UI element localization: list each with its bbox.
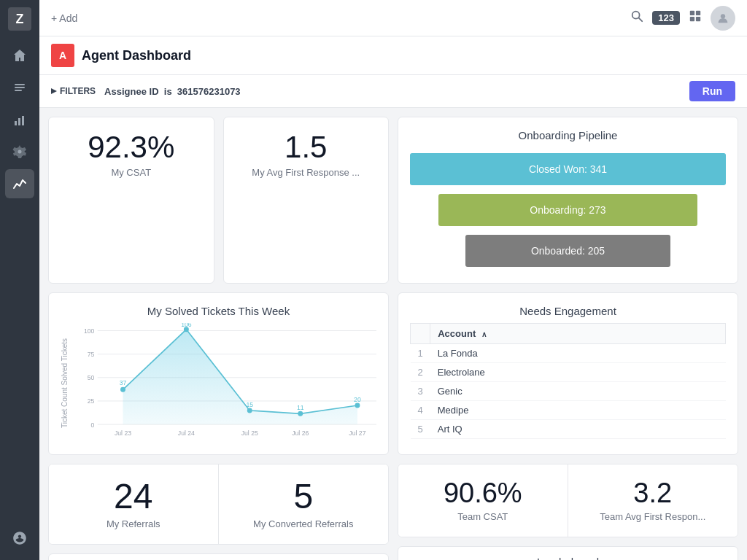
solved-tickets-chart: My Solved Tickets This Week Ticket Count… xyxy=(48,292,389,455)
chart-title: My Solved Tickets This Week xyxy=(61,305,376,317)
csat-stat: 92.3% My CSAT xyxy=(48,117,214,284)
run-button[interactable]: Run xyxy=(689,81,735,101)
svg-text:Z: Z xyxy=(16,12,24,26)
sidebar-item-reports[interactable] xyxy=(5,105,34,134)
svg-marker-16 xyxy=(51,88,57,94)
rank-cell: 4 xyxy=(411,401,430,420)
svg-text:106: 106 xyxy=(181,323,192,328)
response-value: 1.5 xyxy=(236,132,377,163)
engagement-title: Needs Engagement xyxy=(410,305,726,317)
leaderboard-card: Leaderboard xyxy=(398,546,738,560)
y-axis-label: Ticket Count Solved Tickets xyxy=(61,323,72,443)
top-tags-card: Top 5 Tags technical - xyxy=(48,553,389,560)
svg-text:15: 15 xyxy=(246,401,253,408)
team-response-value: 3.2 xyxy=(580,479,727,507)
notification-badge[interactable]: 123 xyxy=(652,11,680,25)
dashboard-title: Agent Dashboard xyxy=(82,48,191,63)
svg-rect-12 xyxy=(696,11,700,15)
svg-text:Jul 27: Jul 27 xyxy=(349,429,365,437)
converted-referrals-card: 5 My Converted Referrals xyxy=(219,464,389,544)
chart-svg: 100 75 50 25 0 xyxy=(72,323,376,440)
pipeline-bar-onboarded: Onboarded: 205 xyxy=(465,235,670,267)
converted-value: 5 xyxy=(231,479,377,514)
table-row: 3 Genic xyxy=(411,382,726,401)
table-row: 5 Art IQ xyxy=(411,420,726,439)
table-row: 4 Medipe xyxy=(411,401,726,420)
name-cell: Genic xyxy=(430,382,726,401)
team-csat-label: Team CSAT xyxy=(410,511,556,522)
filter-bar: FILTERS Assignee ID is 361576231073 Run xyxy=(39,75,747,108)
svg-text:20: 20 xyxy=(354,396,361,403)
name-cell: Art IQ xyxy=(430,420,726,439)
svg-rect-2 xyxy=(15,84,25,85)
rank-cell: 1 xyxy=(411,344,430,363)
svg-point-30 xyxy=(247,408,252,413)
pipeline-title: Onboarding Pipeline xyxy=(410,129,726,141)
svg-text:37: 37 xyxy=(120,379,127,386)
name-cell: Medipe xyxy=(430,401,726,420)
name-cell: Electrolane xyxy=(430,363,726,382)
engagement-card: Needs Engagement Account ∧ 1 La Fonda xyxy=(398,292,738,455)
rank-cell: 2 xyxy=(411,363,430,382)
svg-text:25: 25 xyxy=(88,397,95,405)
svg-text:50: 50 xyxy=(88,374,95,381)
pipeline-bar-closed-won: Closed Won: 341 xyxy=(410,153,726,185)
sidebar-item-home[interactable] xyxy=(5,41,34,70)
svg-line-10 xyxy=(639,18,643,22)
my-referrals-label: My Referrals xyxy=(61,518,206,529)
name-cell: La Fonda xyxy=(430,344,726,363)
svg-rect-6 xyxy=(18,118,20,125)
svg-text:Jul 25: Jul 25 xyxy=(241,429,258,437)
team-csat-card: 90.6% Team CSAT xyxy=(398,464,568,537)
rank-cell: 5 xyxy=(411,420,430,439)
team-csat-value: 90.6% xyxy=(410,479,556,507)
filter-text: Assignee ID is 361576231073 xyxy=(104,86,241,97)
team-stats: 90.6% Team CSAT 3.2 Team Avg First Respo… xyxy=(398,464,738,537)
svg-text:Jul 26: Jul 26 xyxy=(292,429,309,437)
svg-rect-5 xyxy=(15,121,17,125)
my-referrals-card: 24 My Referrals xyxy=(49,464,219,544)
dashboard-icon: A xyxy=(51,44,74,67)
response-label: My Avg First Response ... xyxy=(236,167,377,178)
svg-point-15 xyxy=(721,14,725,18)
topbar: + Add 123 xyxy=(39,0,747,36)
search-icon[interactable] xyxy=(630,9,643,26)
svg-text:11: 11 xyxy=(297,404,304,411)
grid-icon[interactable] xyxy=(689,9,702,26)
pipeline-bar-onboarding: Onboarding: 273 xyxy=(438,194,697,226)
svg-rect-11 xyxy=(690,11,694,15)
converted-label: My Converted Referrals xyxy=(231,518,377,529)
svg-text:0: 0 xyxy=(91,421,95,429)
svg-point-32 xyxy=(355,403,360,408)
svg-text:Jul 23: Jul 23 xyxy=(115,429,131,437)
account-column-header[interactable]: Account ∧ xyxy=(430,324,726,344)
user-avatar[interactable] xyxy=(711,6,735,31)
svg-rect-13 xyxy=(690,17,694,21)
sidebar-item-zendesk[interactable] xyxy=(5,524,34,553)
top-stats: 92.3% My CSAT 1.5 My Avg First Response … xyxy=(48,117,389,284)
team-response-card: 3.2 Team Avg First Respon... xyxy=(568,464,738,537)
referrals-section: 24 My Referrals 5 My Converted Referrals xyxy=(48,464,389,545)
sort-icon: ∧ xyxy=(481,330,487,338)
sidebar: Z xyxy=(0,0,39,560)
engagement-table: Account ∧ 1 La Fonda 2 Electrolane xyxy=(410,323,726,439)
rank-cell: 3 xyxy=(411,382,430,401)
sidebar-item-settings[interactable] xyxy=(5,137,34,166)
sidebar-item-tickets[interactable] xyxy=(5,73,34,102)
svg-text:75: 75 xyxy=(88,351,95,358)
table-row: 1 La Fonda xyxy=(411,344,726,363)
add-button[interactable]: + Add xyxy=(51,12,77,24)
svg-rect-3 xyxy=(15,87,25,88)
svg-text:100: 100 xyxy=(84,327,95,335)
csat-label: My CSAT xyxy=(61,167,202,178)
svg-point-31 xyxy=(298,411,303,416)
svg-rect-14 xyxy=(696,17,700,21)
filters-toggle[interactable]: FILTERS xyxy=(51,86,96,96)
team-response-label: Team Avg First Respon... xyxy=(580,511,727,522)
dashboard-header: A Agent Dashboard xyxy=(39,36,747,75)
svg-rect-4 xyxy=(15,90,22,91)
table-row: 2 Electrolane xyxy=(411,363,726,382)
pipeline-card: Onboarding Pipeline Closed Won: 341 Onbo… xyxy=(398,117,738,284)
csat-value: 92.3% xyxy=(61,132,202,163)
sidebar-item-analytics[interactable] xyxy=(5,169,34,198)
